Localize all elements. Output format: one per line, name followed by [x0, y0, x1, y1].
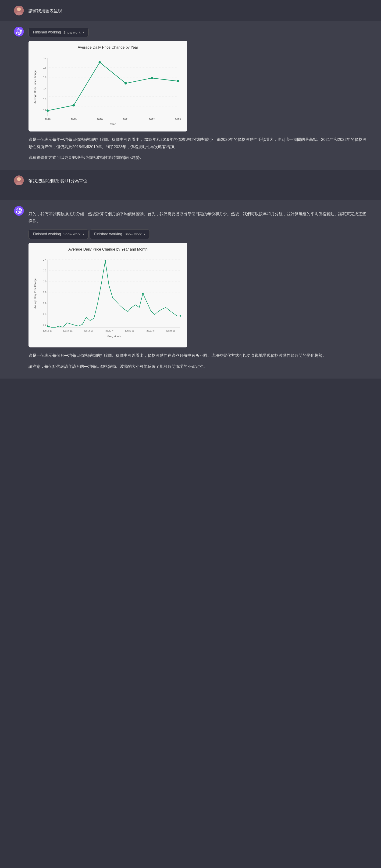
chart-1-container: Average Daily Price Change by Year [29, 41, 187, 131]
openai-icon [16, 28, 22, 35]
svg-text:1.0: 1.0 [43, 280, 46, 283]
svg-point-32 [17, 177, 21, 181]
svg-text:0.5: 0.5 [43, 76, 46, 79]
chart-2-container: Average Daily Price Change by Year and M… [29, 243, 187, 347]
svg-text:0.3: 0.3 [43, 98, 46, 101]
svg-text:2019: 2019 [71, 118, 77, 121]
user-message-1: 請幫我用圖表呈現 [0, 0, 381, 21]
svg-text:Average Daily Price Change: Average Daily Price Change [34, 70, 36, 104]
chart-1-area: 0.7 0.6 0.5 0.4 0.3 0.2 2018 2019 2020 2… [33, 52, 183, 127]
user-avatar-1 [14, 6, 24, 16]
intro-text-2: 好的，我們可以將數據按月分組，然後計算每個月的平均價格變動。首先，我們需要提取出… [29, 211, 367, 225]
chat-container: 請幫我用圖表呈現 Finished working Show work ▾ Av… [0, 0, 381, 378]
svg-text:(2021, 5): (2021, 5) [125, 330, 134, 332]
svg-text:2018: 2018 [45, 118, 50, 121]
svg-text:2021: 2021 [123, 118, 129, 121]
finished-working-btn-1[interactable]: Finished working Show work ▾ [29, 28, 89, 37]
svg-text:2020: 2020 [97, 118, 103, 121]
svg-text:0.2: 0.2 [43, 324, 46, 327]
svg-text:0.8: 0.8 [43, 291, 46, 293]
svg-text:0.4: 0.4 [43, 88, 46, 90]
spacer-1 [0, 191, 381, 200]
svg-text:Year, Month: Year, Month [107, 335, 121, 338]
finished-working-label-1: Finished working [33, 30, 61, 34]
svg-text:0.2: 0.2 [43, 109, 46, 112]
chart-1-svg: 0.7 0.6 0.5 0.4 0.3 0.2 2018 2019 2020 2… [33, 52, 183, 127]
user-message-text-1: 請幫我用圖表呈現 [29, 6, 62, 15]
description-3: 這是一個表示每個月平均每日價格變動的折線圖。從圖中可以看出，價格波動性在這些月份… [29, 352, 367, 360]
chart-2-title: Average Daily Price Change by Year and M… [33, 247, 183, 251]
user-message-text-2: 幫我把區間細切到以月分為單位 [29, 176, 88, 185]
assistant-message-1: Finished working Show work ▾ Average Dai… [0, 21, 381, 170]
svg-text:2023: 2023 [175, 118, 181, 121]
description-2: 這種視覺化方式可以更直觀地呈現價格波動性隨時間的變化趨勢。 [29, 154, 367, 161]
chevron-down-icon-2a: ▾ [83, 232, 84, 236]
chart-2-area: 1.4 1.2 1.0 0.8 0.6 0.4 0.2 (2018, 1) (2… [33, 254, 183, 343]
description-1: 這是一個表示每年平均每日價格變動的折線圖。從圖中可以看出，2018年和2019年… [29, 136, 367, 150]
show-work-label-2a: Show work [63, 232, 80, 236]
chevron-down-icon-1: ▾ [83, 31, 84, 34]
svg-text:(2018, 11): (2018, 11) [63, 330, 73, 332]
svg-text:(2020, 7): (2020, 7) [105, 330, 113, 332]
svg-point-27 [99, 61, 101, 63]
description-4: 請注意，每個點代表該年該月的平均每日價格變動。波動的大小可能反映了那段時間市場的… [29, 363, 367, 370]
svg-text:Year: Year [110, 123, 116, 126]
user-message-2: 幫我把區間細切到以月分為單位 [0, 170, 381, 191]
finished-working-btn-2b[interactable]: Finished working Show work ▾ [90, 229, 150, 239]
chevron-down-icon-2b: ▾ [144, 232, 145, 236]
svg-text:(2019, 9): (2019, 9) [84, 330, 93, 332]
svg-text:Average Daily Price Change: Average Daily Price Change [34, 278, 36, 309]
chart-1-title: Average Daily Price Change by Year [33, 45, 183, 50]
assistant-message-2: 好的，我們可以將數據按月分組，然後計算每個月的平均價格變動。首先，我們需要提取出… [0, 200, 381, 378]
svg-text:(2018, 1): (2018, 1) [43, 330, 52, 332]
assistant-message-content-2: 好的，我們可以將數據按月分組，然後計算每個月的平均價格變動。首先，我們需要提取出… [29, 206, 367, 373]
svg-text:0.6: 0.6 [43, 302, 46, 305]
svg-text:(2023, 1): (2023, 1) [166, 330, 175, 332]
svg-point-58 [47, 326, 48, 327]
avatar-image-1 [14, 6, 24, 16]
chart-2-svg: 1.4 1.2 1.0 0.8 0.6 0.4 0.2 (2018, 1) (2… [33, 254, 183, 343]
svg-text:1.4: 1.4 [43, 258, 46, 261]
svg-point-60 [142, 293, 144, 294]
svg-point-1 [17, 7, 21, 11]
svg-text:2022: 2022 [149, 118, 154, 121]
user-avatar-2 [14, 176, 24, 185]
avatar-image-2 [14, 176, 24, 185]
svg-text:(2022, 3): (2022, 3) [146, 330, 154, 332]
svg-point-59 [105, 260, 106, 261]
svg-point-26 [72, 104, 75, 106]
svg-text:0.4: 0.4 [43, 313, 46, 315]
svg-point-29 [151, 77, 153, 79]
finished-working-label-2a: Finished working [33, 232, 61, 236]
assistant-avatar-2 [14, 206, 24, 216]
assistant-message-content-1: Finished working Show work ▾ Average Dai… [29, 27, 367, 164]
svg-point-30 [177, 80, 179, 82]
assistant-avatar-1 [14, 27, 24, 36]
show-work-label-2b: Show work [125, 232, 142, 236]
show-work-label-1: Show work [63, 30, 80, 34]
svg-text:0.6: 0.6 [43, 66, 46, 69]
svg-point-61 [180, 315, 181, 316]
svg-point-28 [125, 82, 127, 85]
finished-working-label-2b: Finished working [94, 232, 122, 236]
svg-text:1.2: 1.2 [43, 269, 46, 272]
svg-text:0.7: 0.7 [43, 57, 46, 59]
svg-point-25 [46, 110, 49, 112]
finished-working-btn-2a[interactable]: Finished working Show work ▾ [29, 229, 89, 239]
openai-icon-2 [16, 208, 22, 214]
